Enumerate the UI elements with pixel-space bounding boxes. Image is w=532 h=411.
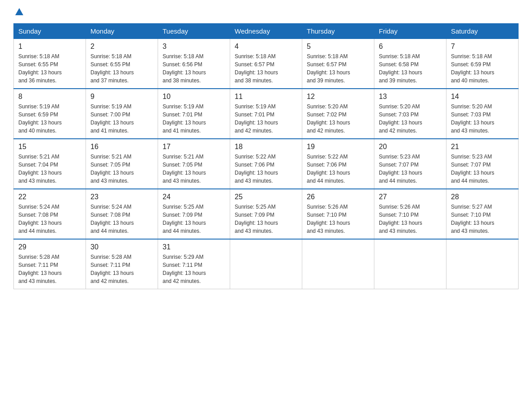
- day-number: 1: [18, 43, 81, 51]
- calendar-day-cell: 27 Sunrise: 5:26 AM Sunset: 7:10 PM Dayl…: [374, 189, 446, 239]
- day-info: Sunrise: 5:23 AM Sunset: 7:07 PM Dayligh…: [451, 153, 514, 185]
- day-number: 2: [90, 43, 153, 51]
- calendar-day-cell: 4 Sunrise: 5:18 AM Sunset: 6:57 PM Dayli…: [230, 39, 302, 89]
- calendar-day-cell: [230, 239, 302, 289]
- day-number: 17: [163, 143, 225, 151]
- day-number: 10: [163, 93, 225, 101]
- day-number: 23: [90, 193, 153, 201]
- svg-marker-0: [15, 8, 23, 15]
- calendar-week-row: 1 Sunrise: 5:18 AM Sunset: 6:55 PM Dayli…: [14, 39, 519, 89]
- header-wednesday: Wednesday: [230, 24, 302, 39]
- day-info: Sunrise: 5:18 AM Sunset: 6:55 PM Dayligh…: [90, 52, 153, 85]
- day-number: 26: [307, 193, 369, 201]
- calendar-header-row: SundayMondayTuesdayWednesdayThursdayFrid…: [14, 24, 519, 39]
- day-number: 14: [451, 93, 514, 101]
- day-number: 22: [18, 193, 81, 201]
- day-info: Sunrise: 5:26 AM Sunset: 7:10 PM Dayligh…: [379, 203, 442, 235]
- calendar-day-cell: 19 Sunrise: 5:22 AM Sunset: 7:06 PM Dayl…: [302, 139, 374, 189]
- calendar-day-cell: 26 Sunrise: 5:26 AM Sunset: 7:10 PM Dayl…: [302, 189, 374, 239]
- day-info: Sunrise: 5:18 AM Sunset: 6:58 PM Dayligh…: [379, 52, 442, 85]
- header-monday: Monday: [86, 24, 158, 39]
- calendar-week-row: 15 Sunrise: 5:21 AM Sunset: 7:04 PM Dayl…: [14, 139, 519, 189]
- calendar-day-cell: 29 Sunrise: 5:28 AM Sunset: 7:11 PM Dayl…: [14, 239, 86, 289]
- day-info: Sunrise: 5:23 AM Sunset: 7:07 PM Dayligh…: [379, 153, 442, 185]
- header-friday: Friday: [374, 24, 446, 39]
- header-thursday: Thursday: [302, 24, 374, 39]
- calendar-day-cell: 24 Sunrise: 5:25 AM Sunset: 7:09 PM Dayl…: [158, 189, 230, 239]
- calendar-day-cell: 1 Sunrise: 5:18 AM Sunset: 6:55 PM Dayli…: [14, 39, 86, 89]
- calendar-day-cell: 8 Sunrise: 5:19 AM Sunset: 6:59 PM Dayli…: [14, 89, 86, 139]
- day-info: Sunrise: 5:18 AM Sunset: 6:55 PM Dayligh…: [18, 52, 81, 85]
- day-info: Sunrise: 5:24 AM Sunset: 7:08 PM Dayligh…: [90, 203, 153, 235]
- calendar-day-cell: 20 Sunrise: 5:23 AM Sunset: 7:07 PM Dayl…: [374, 139, 446, 189]
- day-info: Sunrise: 5:28 AM Sunset: 7:11 PM Dayligh…: [90, 253, 153, 285]
- day-info: Sunrise: 5:22 AM Sunset: 7:06 PM Dayligh…: [307, 153, 369, 185]
- day-number: 4: [235, 43, 297, 51]
- calendar-day-cell: 16 Sunrise: 5:21 AM Sunset: 7:05 PM Dayl…: [86, 139, 158, 189]
- calendar-day-cell: 5 Sunrise: 5:18 AM Sunset: 6:57 PM Dayli…: [302, 39, 374, 89]
- calendar-day-cell: 12 Sunrise: 5:20 AM Sunset: 7:02 PM Dayl…: [302, 89, 374, 139]
- day-number: 31: [163, 243, 225, 251]
- day-number: 11: [235, 93, 297, 101]
- calendar-day-cell: 11 Sunrise: 5:19 AM Sunset: 7:01 PM Dayl…: [230, 89, 302, 139]
- day-number: 21: [451, 143, 514, 151]
- calendar-day-cell: 6 Sunrise: 5:18 AM Sunset: 6:58 PM Dayli…: [374, 39, 446, 89]
- day-number: 13: [379, 93, 442, 101]
- day-number: 28: [451, 193, 514, 201]
- day-number: 30: [90, 243, 153, 251]
- day-info: Sunrise: 5:25 AM Sunset: 7:09 PM Dayligh…: [235, 203, 297, 235]
- calendar-day-cell: 15 Sunrise: 5:21 AM Sunset: 7:04 PM Dayl…: [14, 139, 86, 189]
- calendar-day-cell: 17 Sunrise: 5:21 AM Sunset: 7:05 PM Dayl…: [158, 139, 230, 189]
- day-info: Sunrise: 5:22 AM Sunset: 7:06 PM Dayligh…: [235, 153, 297, 185]
- header: [13, 9, 519, 14]
- day-info: Sunrise: 5:20 AM Sunset: 7:02 PM Dayligh…: [307, 103, 369, 135]
- header-sunday: Sunday: [14, 24, 86, 39]
- calendar-day-cell: 25 Sunrise: 5:25 AM Sunset: 7:09 PM Dayl…: [230, 189, 302, 239]
- day-info: Sunrise: 5:19 AM Sunset: 7:01 PM Dayligh…: [163, 103, 225, 135]
- calendar-day-cell: 3 Sunrise: 5:18 AM Sunset: 6:56 PM Dayli…: [158, 39, 230, 89]
- logo-triangle-icon: [14, 7, 24, 17]
- day-info: Sunrise: 5:28 AM Sunset: 7:11 PM Dayligh…: [18, 253, 81, 285]
- calendar-week-row: 8 Sunrise: 5:19 AM Sunset: 6:59 PM Dayli…: [14, 89, 519, 139]
- day-number: 20: [379, 143, 442, 151]
- day-number: 7: [451, 43, 514, 51]
- day-number: 29: [18, 243, 81, 251]
- day-number: 8: [18, 93, 81, 101]
- day-info: Sunrise: 5:18 AM Sunset: 6:57 PM Dayligh…: [307, 52, 369, 85]
- day-info: Sunrise: 5:25 AM Sunset: 7:09 PM Dayligh…: [163, 203, 225, 235]
- calendar-day-cell: 14 Sunrise: 5:20 AM Sunset: 7:03 PM Dayl…: [446, 89, 519, 139]
- calendar-day-cell: 2 Sunrise: 5:18 AM Sunset: 6:55 PM Dayli…: [86, 39, 158, 89]
- day-info: Sunrise: 5:21 AM Sunset: 7:05 PM Dayligh…: [163, 153, 225, 185]
- day-info: Sunrise: 5:19 AM Sunset: 6:59 PM Dayligh…: [18, 103, 81, 135]
- day-number: 15: [18, 143, 81, 151]
- calendar-day-cell: 13 Sunrise: 5:20 AM Sunset: 7:03 PM Dayl…: [374, 89, 446, 139]
- header-tuesday: Tuesday: [158, 24, 230, 39]
- day-info: Sunrise: 5:18 AM Sunset: 6:57 PM Dayligh…: [235, 52, 297, 85]
- calendar-day-cell: [302, 239, 374, 289]
- day-info: Sunrise: 5:27 AM Sunset: 7:10 PM Dayligh…: [451, 203, 514, 235]
- day-number: 27: [379, 193, 442, 201]
- calendar-day-cell: [446, 239, 519, 289]
- day-number: 6: [379, 43, 442, 51]
- day-number: 24: [163, 193, 225, 201]
- day-number: 25: [235, 193, 297, 201]
- day-number: 9: [90, 93, 153, 101]
- calendar-day-cell: 7 Sunrise: 5:18 AM Sunset: 6:59 PM Dayli…: [446, 39, 519, 89]
- day-info: Sunrise: 5:29 AM Sunset: 7:11 PM Dayligh…: [163, 253, 225, 285]
- day-info: Sunrise: 5:21 AM Sunset: 7:04 PM Dayligh…: [18, 153, 81, 185]
- header-saturday: Saturday: [446, 24, 519, 39]
- day-number: 3: [163, 43, 225, 51]
- calendar-day-cell: 21 Sunrise: 5:23 AM Sunset: 7:07 PM Dayl…: [446, 139, 519, 189]
- calendar-day-cell: 23 Sunrise: 5:24 AM Sunset: 7:08 PM Dayl…: [86, 189, 158, 239]
- day-number: 16: [90, 143, 153, 151]
- calendar-day-cell: 10 Sunrise: 5:19 AM Sunset: 7:01 PM Dayl…: [158, 89, 230, 139]
- calendar-day-cell: 30 Sunrise: 5:28 AM Sunset: 7:11 PM Dayl…: [86, 239, 158, 289]
- day-info: Sunrise: 5:24 AM Sunset: 7:08 PM Dayligh…: [18, 203, 81, 235]
- calendar-day-cell: [374, 239, 446, 289]
- day-info: Sunrise: 5:19 AM Sunset: 7:00 PM Dayligh…: [90, 103, 153, 135]
- day-number: 19: [307, 143, 369, 151]
- calendar-table: SundayMondayTuesdayWednesdayThursdayFrid…: [13, 23, 519, 289]
- day-info: Sunrise: 5:20 AM Sunset: 7:03 PM Dayligh…: [379, 103, 442, 135]
- day-number: 18: [235, 143, 297, 151]
- logo: [13, 9, 24, 14]
